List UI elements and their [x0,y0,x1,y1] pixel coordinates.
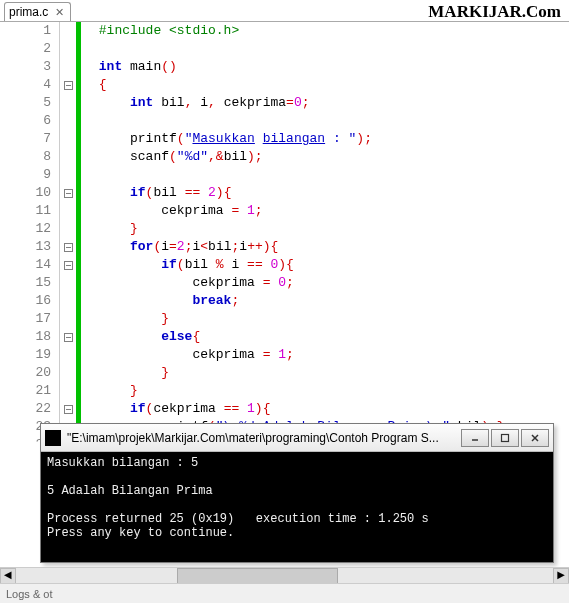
line-number-gutter: 1234567891011121314151617181920212223242… [0,22,60,443]
line-number: 13 [0,238,59,256]
code-line[interactable]: } [91,364,569,382]
code-line[interactable]: if(bil == 2){ [91,184,569,202]
line-number: 7 [0,130,59,148]
fold-cell [60,364,76,382]
code-area[interactable]: #include <stdio.h> int main() { int bil,… [81,22,569,443]
fold-cell[interactable] [60,184,76,202]
fold-cell[interactable] [60,328,76,346]
line-number: 20 [0,364,59,382]
console-title: "E:\imam\projek\Markijar.Com\materi\prog… [67,431,439,445]
fold-cell [60,274,76,292]
scroll-track[interactable] [16,568,553,584]
svg-rect-1 [502,434,509,441]
code-line[interactable]: cekprima = 1; [91,346,569,364]
status-bar: Logs & ot [0,583,569,603]
fold-toggle-icon[interactable] [64,261,73,270]
code-line[interactable]: #include <stdio.h> [91,22,569,40]
fold-cell[interactable] [60,256,76,274]
fold-cell [60,148,76,166]
fold-cell[interactable] [60,238,76,256]
fold-cell [60,382,76,400]
line-number: 9 [0,166,59,184]
line-number: 6 [0,112,59,130]
line-number: 4 [0,76,59,94]
console-titlebar[interactable]: "E:\imam\projek\Markijar.Com\materi\prog… [41,424,553,452]
fold-cell [60,202,76,220]
line-number: 16 [0,292,59,310]
code-line[interactable]: if(bil % i == 0){ [91,256,569,274]
fold-cell [60,40,76,58]
line-number: 10 [0,184,59,202]
fold-toggle-icon[interactable] [64,333,73,342]
code-line[interactable]: } [91,220,569,238]
fold-toggle-icon[interactable] [64,189,73,198]
scroll-left-icon[interactable]: ◄ [0,568,16,584]
line-number: 21 [0,382,59,400]
maximize-button[interactable] [491,429,519,447]
code-line[interactable]: } [91,310,569,328]
tab-label: prima.c [9,5,48,19]
minimize-button[interactable] [461,429,489,447]
line-number: 17 [0,310,59,328]
fold-cell [60,22,76,40]
fold-cell [60,220,76,238]
line-number: 8 [0,148,59,166]
fold-column [60,22,76,443]
line-number: 18 [0,328,59,346]
fold-toggle-icon[interactable] [64,243,73,252]
line-number: 19 [0,346,59,364]
code-line[interactable]: if(cekprima == 1){ [91,400,569,418]
code-line[interactable] [91,112,569,130]
code-editor[interactable]: 1234567891011121314151617181920212223242… [0,22,569,443]
code-line[interactable]: { [91,76,569,94]
line-number: 3 [0,58,59,76]
line-number: 15 [0,274,59,292]
line-number: 14 [0,256,59,274]
code-line[interactable]: break; [91,292,569,310]
tab-prima-c[interactable]: prima.c ✕ [4,2,71,21]
fold-cell [60,94,76,112]
console-output: Masukkan bilangan : 5 5 Adalah Bilangan … [41,452,553,562]
code-line[interactable]: cekprima = 0; [91,274,569,292]
code-line[interactable]: int bil, i, cekprima=0; [91,94,569,112]
line-number: 1 [0,22,59,40]
terminal-icon [45,430,61,446]
fold-cell [60,346,76,364]
fold-toggle-icon[interactable] [64,405,73,414]
fold-cell [60,58,76,76]
close-button[interactable] [521,429,549,447]
scroll-thumb[interactable] [177,568,338,584]
code-line[interactable]: scanf("%d",&bil); [91,148,569,166]
code-line[interactable]: else{ [91,328,569,346]
code-line[interactable] [91,40,569,58]
status-text: Logs & ot [6,588,52,600]
line-number: 12 [0,220,59,238]
brand-label: MARKIJAR.Com [428,0,569,21]
scroll-right-icon[interactable]: ► [553,568,569,584]
horizontal-scrollbar[interactable]: ◄ ► [0,567,569,583]
fold-cell [60,166,76,184]
fold-cell[interactable] [60,76,76,94]
fold-toggle-icon[interactable] [64,81,73,90]
code-line[interactable]: for(i=2;i<bil;i++){ [91,238,569,256]
fold-cell [60,310,76,328]
line-number: 5 [0,94,59,112]
console-window[interactable]: "E:\imam\projek\Markijar.Com\materi\prog… [40,423,554,563]
code-line[interactable]: int main() [91,58,569,76]
code-line[interactable]: printf("Masukkan bilangan : "); [91,130,569,148]
line-number: 22 [0,400,59,418]
line-number: 2 [0,40,59,58]
line-number: 11 [0,202,59,220]
fold-cell [60,112,76,130]
fold-cell [60,130,76,148]
code-line[interactable]: } [91,382,569,400]
code-line[interactable]: cekprima = 1; [91,202,569,220]
code-line[interactable] [91,166,569,184]
close-icon[interactable]: ✕ [52,5,66,19]
fold-cell [60,292,76,310]
tab-bar: prima.c ✕ MARKIJAR.Com [0,0,569,22]
fold-cell[interactable] [60,400,76,418]
